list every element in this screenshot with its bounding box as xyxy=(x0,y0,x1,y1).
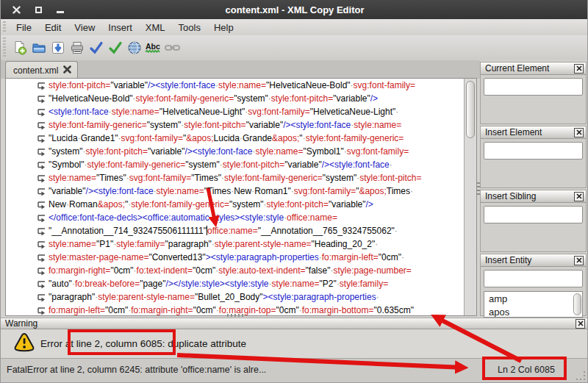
panel-close-icon[interactable] xyxy=(574,64,584,74)
menu-insert[interactable]: Insert xyxy=(101,21,139,35)
line-wrap-marker-icon xyxy=(37,293,46,301)
insert-entity-input[interactable] xyxy=(484,270,583,287)
line-wrap-marker-icon xyxy=(37,160,46,169)
menu-xml[interactable]: XML xyxy=(139,21,172,35)
line-wrap-marker-icon xyxy=(37,187,46,196)
close-icon[interactable] xyxy=(11,4,21,15)
validate-schema-check-green-icon[interactable] xyxy=(107,39,123,57)
panel-title: Insert Sibling xyxy=(485,191,574,201)
maximize-icon[interactable] xyxy=(33,4,43,15)
editor-line: style:name="P1"·style:family="paragraph"… xyxy=(6,237,464,251)
line-wrap-marker-icon xyxy=(37,134,46,143)
window-title: content.xml - XML Copy Editor xyxy=(1,4,588,15)
panel-header-insert-entity: Insert Entity xyxy=(481,254,586,267)
editor-line: style:font-pitch="variable"/><style:font… xyxy=(6,79,464,92)
panel-close-icon[interactable] xyxy=(574,256,584,265)
line-wrap-marker-icon xyxy=(37,226,46,235)
editor-vertical-scrollbar[interactable] xyxy=(464,79,476,315)
statusbar-message: FatalError at line 2, column 6245: attri… xyxy=(7,365,266,375)
menu-file[interactable]: File xyxy=(10,21,38,35)
line-wrap-marker-icon xyxy=(37,81,46,90)
editor-line: </office:font-face-decls><office:automat… xyxy=(6,211,464,224)
editor-line: New·Roman&apos;"·style:font-family-gener… xyxy=(6,198,464,211)
editor-line: "system"·style:font-pitch="variable"/><s… xyxy=(6,145,464,158)
warning-body: Error at line 2, column 6085: duplicate … xyxy=(1,329,588,358)
panel-current-element: Current Element xyxy=(480,62,587,124)
warning-panel: Warning Error at line 2, column 6085: du… xyxy=(1,318,588,358)
editor-line: "paragraph"·style:parent-style-name="Bul… xyxy=(6,290,464,304)
editor-line: style:name="Times"·svg:font-family="Time… xyxy=(6,171,464,185)
open-folder-icon[interactable] xyxy=(30,39,47,57)
line-wrap-marker-icon xyxy=(37,173,46,182)
line-wrap-marker-icon xyxy=(37,213,46,222)
sidebar: Current ElementInsert ElementInsert Sibl… xyxy=(480,62,587,316)
menu-help[interactable]: Help xyxy=(207,21,240,35)
line-wrap-marker-icon xyxy=(37,253,46,262)
tab-close-icon[interactable] xyxy=(63,65,71,76)
horizontal-sash-handle[interactable] xyxy=(227,314,243,317)
panel-header-insert-sibling: Insert Sibling xyxy=(481,190,586,203)
warning-close-icon[interactable] xyxy=(576,319,585,329)
spellcheck-abc-icon[interactable]: Abc xyxy=(145,39,162,57)
panel-close-icon[interactable] xyxy=(574,128,584,137)
panel-insert-entity: Insert Entityampapos xyxy=(480,254,587,316)
print-icon[interactable] xyxy=(68,39,85,57)
scrollbar-thumb[interactable] xyxy=(466,81,475,138)
line-wrap-marker-icon xyxy=(37,200,46,209)
line-wrap-marker-icon xyxy=(37,94,46,103)
line-wrap-marker-icon xyxy=(37,266,46,275)
line-wrap-marker-icon xyxy=(37,107,46,116)
svg-text:Abc: Abc xyxy=(146,42,160,51)
editor-pane: style:font-pitch="variable"/><style:font… xyxy=(5,78,477,316)
warning-panel-header: Warning xyxy=(1,318,588,329)
validate-dtd-check-blue-icon[interactable] xyxy=(87,39,104,57)
xml-editor[interactable]: style:font-pitch="variable"/><style:font… xyxy=(6,79,464,315)
warning-message: Error at line 2, column 6085: duplicate … xyxy=(40,338,246,349)
panel-insert-sibling: Insert Sibling xyxy=(480,190,587,252)
tabbar: content.xml xyxy=(1,60,480,79)
editor-line: "Lucida·Grande1"·svg:font-family="&apos;… xyxy=(6,132,464,145)
minimize-icon[interactable] xyxy=(55,4,65,15)
save-icon[interactable] xyxy=(49,39,66,57)
window-controls xyxy=(11,0,65,19)
insert-element-input[interactable] xyxy=(484,142,583,160)
insert-sibling-input[interactable] xyxy=(484,206,583,223)
menubar-grip[interactable] xyxy=(3,21,6,33)
entity-item-apos[interactable]: apos xyxy=(484,305,582,318)
line-wrap-marker-icon xyxy=(37,240,46,248)
menu-tools[interactable]: Tools xyxy=(172,21,207,35)
editor-line: "variable"/><style:font-face·style:name=… xyxy=(6,185,464,198)
menubar-items: FileEditViewInsertXMLToolsHelp xyxy=(10,21,240,34)
editor-line: "__Annotation__714_932475506111111"offic… xyxy=(6,224,464,237)
panel-title: Current Element xyxy=(485,63,574,74)
tab-content-xml[interactable]: content.xml xyxy=(5,61,78,79)
entity-list-scrollbar[interactable] xyxy=(573,293,581,315)
link-chain-icon[interactable] xyxy=(164,39,181,57)
resize-grip[interactable] xyxy=(576,371,586,381)
menu-edit[interactable]: Edit xyxy=(38,21,68,35)
statusbar-position: Ln 2 Col 6085 xyxy=(498,365,555,375)
statusbar: FatalError at line 2, column 6245: attri… xyxy=(1,358,588,383)
editor-line: style:master-page-name="Converted13"><st… xyxy=(6,251,464,264)
panel-close-icon[interactable] xyxy=(574,192,584,201)
line-wrap-marker-icon xyxy=(37,147,46,156)
warning-icon xyxy=(14,332,35,355)
new-document-icon[interactable] xyxy=(11,39,28,57)
panel-insert-element: Insert Element xyxy=(480,126,587,188)
editor-line: <style:font-face·style:name="HelveticaNe… xyxy=(6,105,464,118)
entity-list[interactable]: ampapos xyxy=(484,291,583,318)
warning-panel-title: Warning xyxy=(5,318,576,329)
app-window: content.xml - XML Copy Editor FileEditVi… xyxy=(0,0,588,383)
toolbar-grip[interactable] xyxy=(3,37,6,58)
tab-label: content.xml xyxy=(13,65,58,76)
current-element-input[interactable] xyxy=(484,78,583,96)
menu-view[interactable]: View xyxy=(68,21,101,35)
entity-item-amp[interactable]: amp xyxy=(484,292,582,305)
line-wrap-marker-icon xyxy=(37,279,46,288)
editor-line: fo:margin-right="0cm"·fo:text-indent="0c… xyxy=(6,264,464,277)
editor-line: style:font-family-generic="system"·style… xyxy=(6,118,464,132)
editor-line: "Symbol"·style:font-family-generic="syst… xyxy=(6,158,464,171)
browser-globe-icon[interactable] xyxy=(126,39,143,57)
editor-line: "HelveticaNeue-Bold"·style:font-family-g… xyxy=(6,92,464,105)
panel-title: Insert Element xyxy=(485,127,574,137)
